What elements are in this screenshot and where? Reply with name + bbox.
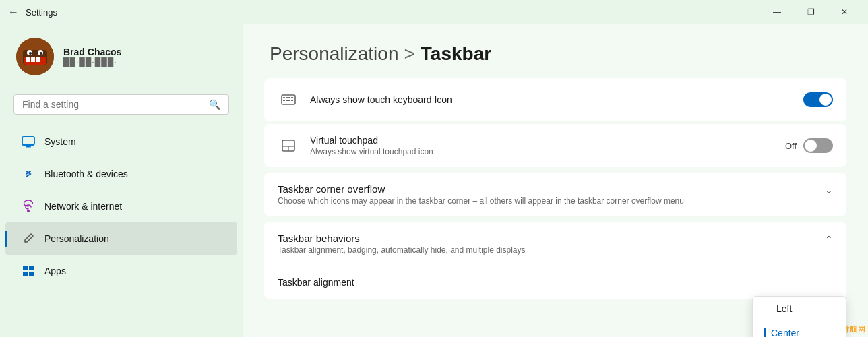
nav-bluetooth[interactable]: Bluetooth & devices (5, 158, 237, 190)
virtual-touchpad-toggle[interactable] (803, 138, 833, 153)
search-container: 🔍 (0, 89, 243, 125)
search-box[interactable]: 🔍 (13, 94, 229, 115)
breadcrumb-separator: > (404, 43, 414, 65)
section-behaviors-subtitle: Taskbar alignment, badging, automaticall… (278, 245, 825, 255)
svg-rect-15 (29, 266, 34, 270)
touch-keyboard-icon (278, 89, 299, 111)
setting-row-touch-keyboard: Always show touch keyboard Icon (264, 78, 846, 121)
toggle-thumb (819, 94, 832, 106)
avatar-image (16, 38, 54, 75)
settings-area: Always show touch keyboard Icon (243, 78, 868, 328)
dropdown-option-left[interactable]: Left (753, 297, 846, 321)
nav-network[interactable]: Network & internet (5, 190, 237, 222)
search-icon: 🔍 (209, 99, 220, 110)
setting-card-virtual-touchpad: Virtual touchpad Always show virtual tou… (264, 124, 846, 167)
personalization-icon (22, 232, 35, 245)
nav-system-label: System (44, 136, 76, 147)
breadcrumb: Personalization > Taskbar (270, 43, 841, 65)
nav-apps-label: Apps (44, 266, 66, 276)
svg-rect-23 (283, 100, 285, 101)
app-title: Settings (26, 7, 57, 18)
virtual-touchpad-icon (278, 135, 299, 156)
chevron-down-icon: ⌄ (825, 185, 833, 195)
touch-keyboard-toggle[interactable] (803, 92, 833, 107)
dropdown-option-center[interactable]: Center (753, 321, 846, 337)
section-taskbar-corner-overflow[interactable]: Taskbar corner overflow Choose which ico… (264, 173, 846, 216)
sidebar: Brad Chacos ██·██·███· 🔍 System (0, 24, 243, 337)
svg-rect-4 (31, 57, 35, 62)
nav-network-label: Network & internet (44, 201, 122, 212)
svg-rect-24 (286, 100, 290, 101)
section-overflow-text: Taskbar corner overflow Choose which ico… (278, 183, 825, 206)
title-bar-controls: — ❐ ✕ (762, 3, 860, 22)
section-behaviors-title: Taskbar behaviors (278, 233, 825, 244)
section-behaviors-text: Taskbar behaviors Taskbar alignment, bad… (278, 233, 825, 255)
setting-card-touch-keyboard: Always show touch keyboard Icon (264, 78, 846, 121)
svg-rect-17 (29, 272, 34, 276)
section-taskbar-behaviors: Taskbar behaviors Taskbar alignment, bad… (264, 222, 846, 299)
section-behaviors-content: Taskbar alignment Left (264, 266, 846, 299)
nav-apps[interactable]: Apps (5, 255, 237, 287)
svg-rect-22 (291, 97, 293, 98)
svg-rect-10 (22, 137, 34, 145)
svg-rect-19 (283, 97, 285, 98)
taskbar-alignment-title: Taskbar alignment (278, 277, 833, 288)
system-icon (22, 135, 35, 148)
selected-indicator (764, 328, 766, 337)
touch-keyboard-control (803, 92, 833, 107)
user-name: Brad Chacos (63, 47, 121, 57)
svg-point-8 (29, 52, 32, 55)
title-bar-left: ← Settings (8, 6, 57, 18)
virtual-touchpad-title: Virtual touchpad (310, 135, 785, 146)
svg-point-9 (40, 52, 42, 55)
nav-bluetooth-label: Bluetooth & devices (44, 168, 128, 179)
svg-rect-20 (286, 97, 288, 98)
setting-row-virtual-touchpad: Virtual touchpad Always show virtual tou… (264, 124, 846, 167)
back-arrow[interactable]: ← (8, 6, 19, 18)
network-icon (22, 200, 35, 213)
svg-rect-11 (26, 146, 31, 148)
setting-text-touch-keyboard: Always show touch keyboard Icon (310, 94, 803, 105)
nav-system[interactable]: System (5, 125, 237, 158)
virtual-touchpad-control: Off (785, 138, 833, 153)
toggle-thumb-2 (805, 140, 817, 152)
nav-personalization[interactable]: Personalization (5, 222, 237, 255)
apps-icon (22, 264, 35, 278)
app-body: Brad Chacos ██·██·███· 🔍 System (0, 24, 868, 337)
section-behaviors-header[interactable]: Taskbar behaviors Taskbar alignment, bad… (264, 222, 846, 266)
nav-personalization-label: Personalization (44, 233, 109, 244)
section-overflow-title: Taskbar corner overflow (278, 183, 825, 195)
breadcrumb-current: Taskbar (421, 43, 491, 65)
toggle-off-label: Off (785, 141, 797, 151)
svg-rect-25 (291, 100, 293, 101)
taskbar-alignment-text: Taskbar alignment (278, 277, 833, 288)
svg-rect-14 (23, 266, 28, 270)
taskbar-alignment-row: Taskbar alignment Left (264, 266, 846, 299)
breadcrumb-parent: Personalization (270, 43, 398, 65)
maximize-button[interactable]: ❐ (795, 3, 826, 22)
section-overflow-subtitle: Choose which icons may appear in the tas… (278, 196, 825, 206)
title-bar: ← Settings — ❐ ✕ (0, 0, 868, 24)
setting-text-virtual-touchpad: Virtual touchpad Always show virtual tou… (310, 135, 785, 156)
chevron-up-icon: ⌃ (825, 234, 833, 245)
user-info: Brad Chacos ██·██·███· (63, 47, 121, 67)
user-profile[interactable]: Brad Chacos ██·██·███· (0, 24, 243, 89)
svg-rect-5 (36, 57, 40, 62)
dropdown-center-label: Center (771, 328, 799, 337)
alignment-dropdown-popup[interactable]: Left Center (752, 296, 846, 337)
page-header: Personalization > Taskbar (243, 24, 868, 78)
main-content: Personalization > Taskbar (243, 24, 868, 337)
close-button[interactable]: ✕ (829, 3, 860, 22)
svg-rect-3 (26, 57, 30, 62)
avatar (16, 38, 54, 75)
bluetooth-icon (22, 167, 35, 181)
user-email: ██·██·███· (63, 57, 121, 67)
virtual-touchpad-subtitle: Always show virtual touchpad icon (310, 147, 785, 156)
svg-point-13 (27, 210, 30, 212)
minimize-button[interactable]: — (762, 3, 793, 22)
svg-rect-16 (23, 272, 28, 276)
svg-rect-12 (24, 145, 32, 146)
search-input[interactable] (22, 99, 204, 110)
svg-rect-21 (288, 97, 290, 98)
touch-keyboard-title: Always show touch keyboard Icon (310, 94, 803, 105)
